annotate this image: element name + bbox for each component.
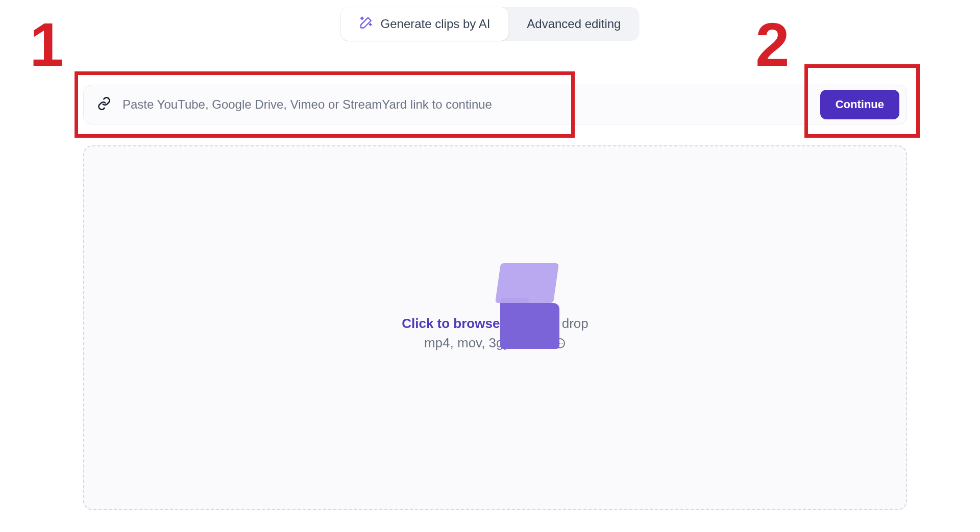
video-url-input[interactable]: [122, 97, 809, 112]
browse-link[interactable]: Click to browse: [402, 316, 500, 331]
tab-generate-clips[interactable]: Generate clips by AI: [341, 7, 509, 41]
upload-dropzone[interactable]: Click to browse or drag & drop mp4, mov,…: [83, 145, 907, 510]
tab-advanced-editing[interactable]: Advanced editing: [508, 7, 639, 41]
tab-label: Generate clips by AI: [381, 17, 491, 31]
dropzone-text: Click to browse or drag & drop mp4, mov,…: [402, 314, 589, 352]
svg-point-2: [559, 343, 560, 344]
svg-point-3: [562, 343, 563, 344]
url-input-row: Continue: [83, 85, 907, 124]
annotation-number-2: 2: [755, 9, 790, 80]
annotation-number-1: 1: [30, 9, 64, 80]
tab-label: Advanced editing: [527, 17, 621, 31]
continue-button[interactable]: Continue: [820, 90, 899, 119]
wand-icon: [359, 15, 374, 33]
link-icon: [97, 96, 111, 113]
mode-tabs: Generate clips by AI Advanced editing: [341, 7, 640, 41]
